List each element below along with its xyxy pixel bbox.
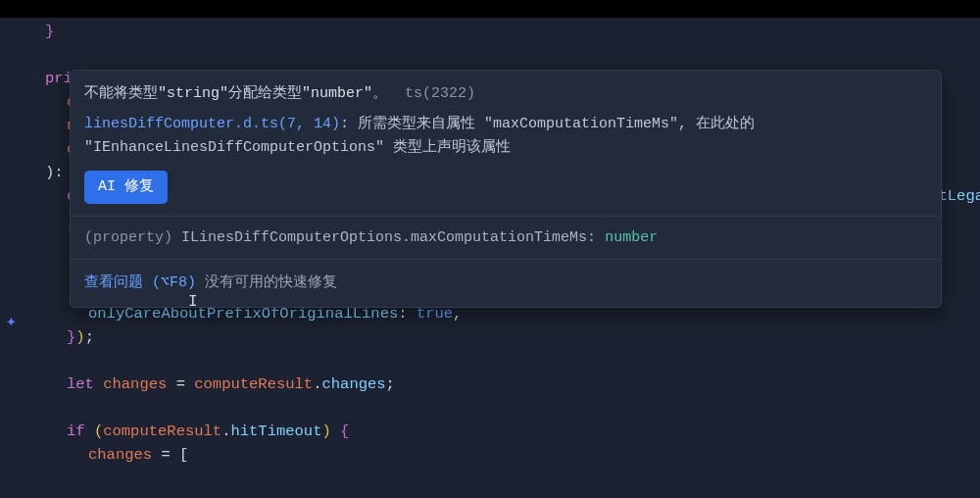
bool-true: true [416, 305, 453, 323]
ts-error-code: ts(2322) [405, 85, 475, 102]
divider [71, 259, 941, 260]
var-changes: changes [103, 375, 167, 393]
type-signature: (property) ILinesDiffComputerOptions.max… [84, 226, 927, 249]
no-quickfix-text: 没有可用的快速修复 [196, 274, 337, 291]
var-computeResult: computeResult [194, 375, 313, 393]
prop-onlyCareAboutPrefixOfOriginalLines: onlyCareAboutPrefixOfOriginalLines [88, 305, 398, 323]
sparkle-icon[interactable]: ✦ [6, 309, 17, 336]
shortcut-hint: (⌥F8) [143, 274, 196, 291]
error-message: 不能将类型"string"分配给类型"number"。 ts(2322) [84, 82, 927, 105]
equals: = [167, 375, 194, 393]
paren-close: ) [75, 328, 84, 346]
code-editor[interactable]: ✦ } private computeDiff( or ne co ): I c… [0, 18, 980, 467]
brace-close: } [45, 23, 54, 40]
equals-array-open: = [ [152, 446, 188, 464]
window-titlebar [0, 0, 980, 18]
var-changes: changes [88, 446, 152, 464]
hover-tooltip[interactable]: 不能将类型"string"分配给类型"number"。 ts(2322) lin… [70, 70, 942, 308]
ai-fix-button[interactable]: AI 修复 [84, 171, 168, 204]
var-computeResult: computeResult [103, 423, 221, 440]
text-cursor-icon: I [188, 290, 198, 315]
prop-hitTimeout: hitTimeout [230, 423, 321, 440]
keyword-if: if [67, 423, 94, 440]
prop-changes: changes [321, 375, 385, 393]
brace-close: } [67, 328, 75, 346]
divider [71, 216, 941, 217]
keyword-let: let [67, 375, 103, 393]
error-source: linesDiffComputer.d.ts(7, 14): 所需类型来自属性 … [84, 113, 927, 159]
paren-open: ( [94, 423, 103, 440]
editor-gutter: ✦ [0, 18, 33, 498]
brace-open: { [340, 423, 349, 440]
source-file-link[interactable]: linesDiffComputer.d.ts(7, 14) [84, 116, 340, 132]
semicolon: ; [386, 375, 395, 393]
comma: , [453, 305, 462, 323]
hover-footer: 查看问题 (⌥F8) 没有可用的快速修复 [84, 270, 927, 306]
view-problem-link[interactable]: 查看问题 [84, 274, 143, 291]
paren-close: ) [321, 423, 330, 440]
